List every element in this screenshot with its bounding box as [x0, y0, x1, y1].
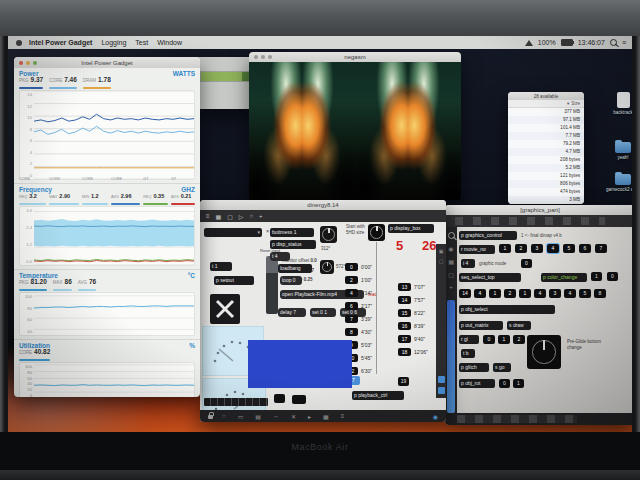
number-box[interactable]: 5	[579, 289, 591, 298]
movie-number-box[interactable]: 5	[563, 244, 575, 253]
menu-item[interactable]: Test	[135, 39, 148, 46]
toolbar-icons-strip[interactable]	[455, 217, 605, 225]
display-box-object[interactable]: p display_box	[388, 224, 434, 233]
close-icon[interactable]: ✕	[291, 413, 296, 420]
toggle-x[interactable]	[210, 294, 240, 324]
movie-number-box[interactable]: 1	[499, 244, 511, 253]
dial[interactable]	[320, 260, 334, 274]
menu-item[interactable]: Intel Power Gadget	[29, 39, 92, 46]
finder-file-row[interactable]: 5.2 MB	[508, 164, 584, 172]
menu-clock[interactable]: 13:46:07	[578, 39, 605, 46]
trigger-object[interactable]: t b	[461, 349, 475, 358]
menu-item[interactable]: Window	[157, 39, 182, 46]
cue-number-box[interactable]: 2	[345, 276, 358, 284]
wifi-icon[interactable]	[525, 40, 533, 46]
number-box[interactable]: 1	[489, 289, 501, 298]
templates-icon[interactable]: ▢	[448, 271, 454, 278]
setout-object[interactable]: p setout	[214, 276, 254, 285]
number-box[interactable]: 4	[474, 289, 486, 298]
number-box[interactable]: 3	[549, 289, 561, 298]
disp-status-object[interactable]: p disp_status	[270, 240, 316, 249]
finder-titlebar[interactable]: 28 available	[508, 92, 584, 100]
number-box[interactable]: 1	[591, 272, 602, 281]
cue-number-box[interactable]: 13	[398, 283, 411, 291]
grid-icon[interactable]: ▦	[216, 213, 222, 220]
cue-number-box[interactable]: 16	[398, 322, 411, 330]
finder-file-row[interactable]: 7.7 MB	[508, 132, 584, 140]
panel-icon[interactable]: ▣	[439, 248, 444, 254]
spotlight-icon[interactable]	[610, 39, 617, 46]
add-icon[interactable]: +	[259, 213, 263, 219]
add-icon[interactable]: +	[449, 284, 453, 290]
cue-number-box[interactable]: 17	[398, 335, 411, 343]
number-box[interactable]: 2	[504, 289, 516, 298]
cue-number-box[interactable]: 8	[345, 328, 358, 336]
menu-icon[interactable]: ≡	[206, 213, 210, 219]
grid-icon[interactable]: ▦	[448, 258, 454, 265]
go-send-object[interactable]: s go	[493, 363, 511, 372]
umenu-dropdown[interactable]: ▾	[204, 228, 262, 237]
lock-icon[interactable]	[208, 415, 213, 419]
buttmess-object[interactable]: buttmess 1	[270, 228, 314, 237]
patcher-titlebar[interactable]: dinergy8.14	[200, 200, 446, 210]
circle-icon[interactable]: ○	[249, 213, 253, 219]
toolbar-icons-strip[interactable]	[457, 415, 577, 423]
loop-message[interactable]: loop 0	[280, 276, 302, 285]
finder-file-row[interactable]: 97.1 MB	[508, 116, 584, 124]
inspector-icon[interactable]	[438, 387, 445, 394]
finder-file-row[interactable]: 101.4 MB	[508, 124, 584, 132]
console-icon[interactable]	[438, 376, 445, 383]
draw-send-object[interactable]: s draw	[507, 321, 531, 330]
number-box[interactable]: 4	[534, 289, 546, 298]
power-gadget-titlebar[interactable]: Intel Power Gadget	[14, 57, 200, 68]
set-message[interactable]: set 0 1	[310, 308, 336, 317]
panel-icon[interactable]: ▢	[439, 258, 444, 264]
number-box[interactable]: 0	[607, 272, 618, 281]
finder-file-row[interactable]: 79.2 MB	[508, 140, 584, 148]
circle-icon[interactable]: ○	[222, 413, 226, 420]
movie-number-box[interactable]: 3	[531, 244, 543, 253]
menu-icon[interactable]: ≡	[341, 413, 345, 420]
audio-toggle-icon[interactable]: ◉	[433, 413, 438, 420]
finder-file-row[interactable]: 806 bytes	[508, 180, 584, 188]
playback-ctrl-object[interactable]: p playback_ctrl	[352, 391, 404, 400]
panel-icon[interactable]: ▭	[238, 413, 244, 420]
jitter-titlebar[interactable]: negasm	[249, 52, 461, 62]
movie-number-box[interactable]: 4	[547, 244, 559, 253]
movie-number-box[interactable]: 6	[579, 244, 591, 253]
output-dial[interactable]	[527, 335, 561, 369]
number-box[interactable]: 0	[521, 259, 532, 268]
finder-file-row[interactable]: 208 bytes	[508, 156, 584, 164]
number-box[interactable]: 1	[498, 335, 510, 344]
cue-number-box[interactable]: 18	[398, 348, 411, 356]
finder-file-row[interactable]: 377 MB	[508, 108, 584, 116]
new-object-icon[interactable]: ▢	[227, 213, 233, 220]
movie-receive-object[interactable]: r movie_no	[459, 245, 495, 254]
cue-number-box[interactable]: 14	[398, 296, 411, 304]
cue-number-box[interactable]: 7	[345, 315, 358, 323]
cue-number-box[interactable]: 4	[345, 289, 358, 297]
int-object[interactable]: i 4	[461, 259, 475, 268]
number-box[interactable]: 2	[513, 335, 525, 344]
run-icon[interactable]: ▷	[239, 213, 244, 220]
number-box[interactable]: 8	[594, 289, 606, 298]
battery-icon[interactable]	[561, 39, 573, 46]
t4-message[interactable]: t 4	[270, 252, 290, 261]
movie-number-box[interactable]: 2	[515, 244, 527, 253]
gl-receive-object[interactable]: r gl	[459, 335, 479, 344]
number-box[interactable]: 0	[483, 335, 495, 344]
number-box[interactable]: 1	[519, 289, 531, 298]
glitch-object[interactable]: p glitch	[459, 363, 489, 372]
graphics-control-object[interactable]: p graphics_control	[459, 231, 517, 240]
graphics-titlebar[interactable]: [graphics_part]	[445, 205, 632, 215]
menu-item[interactable]: Logging	[101, 39, 126, 46]
out-matrix-object[interactable]: p out_matrix	[459, 321, 503, 330]
movie-number-box[interactable]: 7	[595, 244, 607, 253]
number-box[interactable]	[292, 395, 306, 404]
finder-file-row[interactable]: 121 bytes	[508, 172, 584, 180]
arrows-icon[interactable]: ↔	[273, 413, 279, 420]
cue-number-box[interactable]: 19	[398, 377, 409, 386]
finder-file-row[interactable]: 474 bytes	[508, 188, 584, 196]
loadbang-object[interactable]: loadbang	[278, 264, 312, 273]
notification-center-icon[interactable]: ≡	[622, 39, 626, 46]
